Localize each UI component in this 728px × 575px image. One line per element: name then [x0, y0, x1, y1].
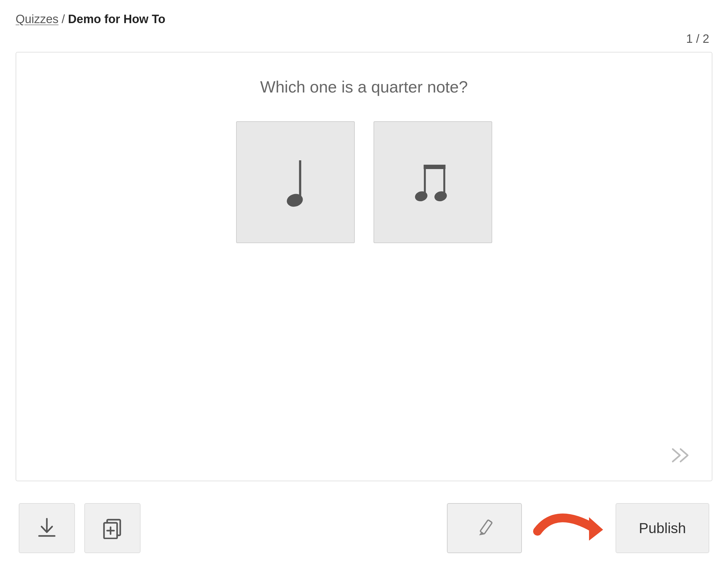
svg-point-6 — [433, 190, 448, 203]
svg-rect-2 — [424, 165, 445, 169]
download-icon — [36, 517, 58, 539]
breadcrumb: Quizzes / Demo for How To — [15, 12, 713, 26]
quiz-question: Which one is a quarter note? — [260, 77, 468, 96]
toolbar: Publish — [15, 500, 713, 556]
edit-button[interactable] — [447, 503, 522, 553]
duplicate-icon — [102, 517, 123, 539]
svg-point-1 — [285, 192, 304, 208]
quarter-note-icon — [274, 151, 317, 213]
quiz-area: Which one is a quarter note? — [15, 52, 713, 481]
red-arrow-icon — [531, 500, 613, 556]
answer-card-2[interactable] — [373, 121, 492, 243]
publish-button[interactable]: Publish — [616, 503, 709, 553]
next-button[interactable] — [671, 446, 693, 468]
eighth-notes-icon — [411, 151, 455, 213]
svg-rect-13 — [480, 520, 492, 534]
breadcrumb-separator: / — [62, 12, 65, 26]
breadcrumb-parent[interactable]: Quizzes — [15, 12, 59, 26]
download-button[interactable] — [19, 503, 75, 553]
publish-label: Publish — [639, 520, 686, 537]
breadcrumb-current: Demo for How To — [68, 12, 166, 26]
svg-point-5 — [414, 190, 429, 203]
page-counter: 1 / 2 — [686, 32, 709, 46]
duplicate-button[interactable] — [84, 503, 141, 553]
answer-card-1[interactable] — [236, 121, 355, 243]
answer-cards — [236, 121, 492, 243]
edit-icon — [473, 517, 495, 539]
arrow-annotation — [531, 500, 613, 556]
svg-marker-15 — [589, 517, 603, 541]
next-icon — [671, 446, 693, 465]
